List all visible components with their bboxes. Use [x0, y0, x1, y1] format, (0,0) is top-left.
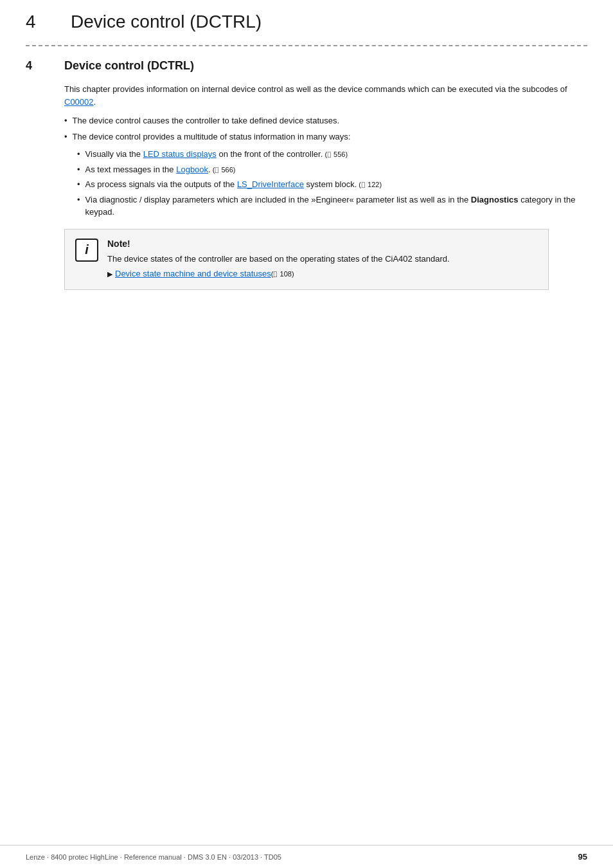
- content-area: 4 Device control (DCTRL) This chapter pr…: [0, 59, 613, 845]
- section-number: 4: [26, 59, 45, 73]
- intro-period: .: [94, 97, 96, 107]
- sub-bullet-ref-1: (⌷ 556): [323, 150, 348, 158]
- note-icon: i: [75, 239, 98, 262]
- bullet-item-2: • The device control provides a multitud…: [64, 131, 587, 143]
- note-text-prefix: The device states of the controller are …: [107, 254, 450, 264]
- page-header: 4 Device control (DCTRL): [0, 0, 613, 39]
- footer-left-text: Lenze · 8400 protec HighLine · Reference…: [26, 853, 281, 861]
- device-state-machine-link[interactable]: Device state machine and device statuses: [115, 267, 271, 280]
- bullet-text-1: The device control causes the controller…: [73, 114, 340, 127]
- intro-paragraph: This chapter provides information on int…: [64, 83, 587, 108]
- intro-text: This chapter provides information on int…: [64, 84, 567, 94]
- sub-bullet-bold-4: Diagnostics: [471, 195, 519, 204]
- sub-bullet-text-1: Visually via the LED status displays on …: [85, 148, 348, 161]
- sub-bullet-item-3: • As process signals via the outputs of …: [77, 178, 587, 191]
- note-ref: (⌷ 108): [271, 269, 294, 280]
- separator-line: [26, 45, 587, 46]
- sub-bullet-item-4: • Via diagnostic / display parameters wh…: [77, 194, 587, 219]
- sub-bullet-item-2: • As text messages in the Logbook. (⌷ 56…: [77, 163, 587, 176]
- sub-bullet-dot-4: •: [77, 194, 80, 206]
- bullet-dot-2: •: [64, 131, 67, 143]
- ls-driveinterface-link[interactable]: LS_DriveInterface: [237, 179, 304, 189]
- sub-bullet-suffix-1: on the front of the controller.: [217, 149, 323, 159]
- sub-bullet-dot-3: •: [77, 178, 80, 191]
- note-title: Note!: [107, 239, 538, 249]
- bullet-list: • The device control causes the controll…: [64, 114, 587, 143]
- sub-bullet-dot-2: •: [77, 163, 80, 176]
- note-content: Note! The device states of the controlle…: [107, 239, 538, 280]
- bullet-item-1: • The device control causes the controll…: [64, 114, 587, 127]
- bullet-dot-1: •: [64, 114, 67, 127]
- sub-bullet-text-4: Via diagnostic / display parameters whic…: [85, 194, 587, 219]
- sub-bullet-prefix-4: Via diagnostic / display parameters whic…: [85, 195, 471, 204]
- note-box: i Note! The device states of the control…: [64, 229, 549, 290]
- sub-bullet-prefix-1: Visually via the: [85, 149, 143, 159]
- sub-bullet-item-1: • Visually via the LED status displays o…: [77, 148, 587, 161]
- section-title: Device control (DCTRL): [64, 59, 194, 73]
- sub-bullet-ref-2: (⌷ 566): [211, 166, 236, 174]
- sub-bullet-prefix-2: As text messages in the: [85, 165, 177, 174]
- sub-bullet-prefix-3: As process signals via the outputs of th…: [85, 179, 237, 189]
- section-heading: 4 Device control (DCTRL): [26, 59, 587, 73]
- bullet-text-2: The device control provides a multitude …: [73, 131, 351, 143]
- led-status-displays-link[interactable]: LED status displays: [143, 149, 217, 159]
- note-arrow: ▶: [107, 269, 112, 280]
- logbook-link[interactable]: Logbook: [176, 165, 208, 174]
- header-chapter-number: 4: [26, 12, 51, 32]
- note-link-line: ▶ Device state machine and device status…: [107, 267, 538, 280]
- sub-bullet-text-3: As process signals via the outputs of th…: [85, 178, 382, 191]
- footer-page-number: 95: [578, 852, 587, 862]
- sub-bullet-list: • Visually via the LED status displays o…: [77, 148, 587, 219]
- page-container: 4 Device control (DCTRL) 4 Device contro…: [0, 0, 613, 868]
- note-icon-text: i: [85, 242, 89, 257]
- page-footer: Lenze · 8400 protec HighLine · Reference…: [0, 845, 613, 868]
- note-text: The device states of the controller are …: [107, 253, 538, 280]
- sub-bullet-dot-1: •: [77, 148, 80, 161]
- sub-bullet-text-2: As text messages in the Logbook. (⌷ 566): [85, 163, 236, 176]
- c00002-link[interactable]: C00002: [64, 97, 94, 107]
- header-chapter-title: Device control (DCTRL): [71, 12, 262, 32]
- sub-bullet-suffix-3: system block.: [304, 179, 357, 189]
- sub-bullet-ref-3: (⌷ 122): [357, 181, 382, 188]
